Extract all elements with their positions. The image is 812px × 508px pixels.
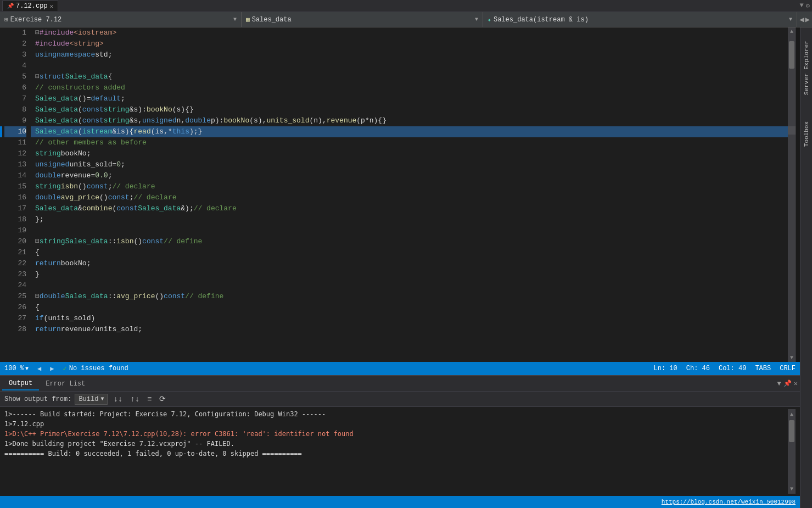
tab-filename: 7.12.cpp [16,2,48,10]
output-dropdown-icon[interactable]: ▼ [777,380,781,388]
code-line-23: } [31,269,788,280]
line-num-16: 16 [4,192,26,203]
code-line-6: // constructors added [31,82,788,93]
output-content: 1>------ Build started: Project: Exercis… [0,407,800,496]
output-text-area: 1>------ Build started: Project: Exercis… [4,409,786,494]
nav-method-icon: ⬥ [488,16,491,23]
output-btn-4[interactable]: ⟳ [157,393,168,405]
url-text[interactable]: https://blog.csdn.net/weixin_50012998 [662,499,796,505]
line-num-10: 10 [4,126,26,137]
output-close-icon[interactable]: ✕ [794,379,798,388]
code-line-22: return bookNo; [31,258,788,269]
output-btn-2[interactable]: ↑↓ [128,394,142,405]
output-line-4: 1>Done building project "Exercise 7.12.v… [4,439,786,449]
line-num-19: 19 [4,225,26,236]
show-output-label: Show output from: [4,395,71,403]
scroll-left-arrow[interactable]: ◀ [37,365,41,373]
line-num-18: 18 [4,214,26,225]
zoom-value: 100 % [4,365,24,372]
sidebar-server-explorer[interactable]: Server Explorer [802,38,811,97]
file-tab[interactable]: 📌 7.12.cpp ✕ [2,1,58,11]
title-bar: 📌 7.12.cpp ✕ ▼ ⚙ [0,0,812,12]
output-tab-strip: Output Error List ▼ 📌 ✕ [0,376,800,392]
code-line-26: { [31,302,788,313]
line-num-9: 9 [4,115,26,126]
out-scroll-up[interactable]: ▲ [788,409,796,419]
status-crlf: CRLF [780,365,796,372]
line-num-15: 15 [4,181,26,192]
line-num-4: 4 [4,60,26,71]
collapse-25[interactable]: ⊟ [35,291,40,302]
out-scroll-thumb[interactable] [789,420,794,442]
scroll-thumb[interactable] [789,41,794,69]
line-num-25: 25 [4,291,26,302]
nav-method-label: Sales_data(istream & is) [494,16,589,24]
scroll-down-btn[interactable]: ▼ [788,354,796,362]
nav-class-icon: ▦ [246,16,250,23]
code-line-16: double avg_price() const; // declare [31,192,788,203]
nav-class-label: Sales_data [252,16,292,24]
main-area: 1 2 3 4 5 6 7 8 9 10 11 12 13 14 15 16 1 [0,27,812,508]
output-btn-1[interactable]: ↓↓ [111,394,125,405]
zoom-arrow: ▼ [25,366,29,372]
status-zoom[interactable]: 100 % ▼ [4,365,29,372]
vertical-scrollbar[interactable]: ▲ ▼ [788,27,796,362]
build-option-text: Build [79,395,98,403]
collapse-20[interactable]: ⊟ [35,236,40,247]
line-num-22: 22 [4,258,26,269]
collapse-1[interactable]: ⊟ [35,27,40,38]
scroll-right-arrow[interactable]: ▶ [50,365,54,373]
line-num-28: 28 [4,324,26,335]
output-line-3: 1>D:\C++ Primer\Exercise 7.12\7.12.cpp(1… [4,429,786,439]
code-line-4 [31,60,788,71]
output-line-5: ========== Build: 0 succeeded, 1 failed,… [4,449,786,459]
nav-back-btn[interactable]: ◀ [799,15,804,24]
code-line-13: unsigned units_sold = 0; [31,159,788,170]
nav-project-label: Exercise 7.12 [10,16,62,24]
out-scroll-down[interactable]: ▼ [788,484,796,494]
code-line-28: return revenue / units_sold; [31,324,788,335]
line-num-26: 26 [4,302,26,313]
code-line-5: ⊟struct Sales_data { [31,71,788,82]
editor-wrapper: 1 2 3 4 5 6 7 8 9 10 11 12 13 14 15 16 1 [0,27,800,362]
status-ln: Ln: 10 [654,365,677,372]
code-line-10: Sales_data(istream& is) { read(is, *this… [31,126,788,137]
output-pin-icon[interactable]: 📌 [783,379,792,388]
project-dropdown[interactable]: ⊞ Exercise 7.12 ▼ [0,12,242,27]
line-num-8: 8 [4,104,26,115]
line-numbers: 1 2 3 4 5 6 7 8 9 10 11 12 13 14 15 16 1 [2,27,31,362]
code-line-17: Sales_data& combine(const Sales_data&); … [31,203,788,214]
settings-icon[interactable]: ⚙ [806,2,810,10]
output-line-1: 1>------ Build started: Project: Exercis… [4,409,786,419]
code-line-20: ⊟string Sales_data::isbn() const // defi… [31,236,788,247]
line-num-14: 14 [4,170,26,181]
class-dropdown[interactable]: ▦ Sales_data ▼ [242,12,483,27]
line-num-17: 17 [4,203,26,214]
tab-error-list[interactable]: Error List [39,378,92,390]
code-line-11: // other members as before [31,137,788,148]
code-line-18: }; [31,214,788,225]
line-num-11: 11 [4,137,26,148]
output-btn-3[interactable]: ≡ [145,394,154,405]
code-editor[interactable]: ⊟#include <iostream> #include <string> u… [31,27,788,362]
output-scrollbar[interactable]: ▲ ▼ [788,409,796,494]
build-dropdown[interactable]: Build ▼ [75,394,108,405]
dropdown-arrow-icon[interactable]: ▼ [800,2,804,10]
status-bar: 100 % ▼ ◀ ▶ ✓ No issues found Ln: 10 Ch:… [0,362,800,375]
output-line-2: 1>7.12.cpp [4,419,786,429]
line-num-24: 24 [4,280,26,291]
scroll-up-btn[interactable]: ▲ [788,27,796,36]
editor-section: 1 2 3 4 5 6 7 8 9 10 11 12 13 14 15 16 1 [0,27,800,508]
line-num-13: 13 [4,159,26,170]
sidebar-toolbox[interactable]: Toolbox [802,119,811,149]
line-num-3: 3 [4,49,26,60]
tab-output[interactable]: Output [2,377,39,390]
method-dropdown[interactable]: ⬥ Sales_data(istream & is) ▼ [483,12,797,27]
status-ch: Ch: 46 [686,365,710,372]
scroll-track [788,36,796,354]
nav-forward-btn[interactable]: ▶ [805,15,810,24]
output-panel-controls: ▼ 📌 ✕ [777,379,798,388]
collapse-5[interactable]: ⊟ [35,71,40,82]
tab-close-icon[interactable]: ✕ [50,3,54,10]
code-line-3: using namespace std; [31,49,788,60]
